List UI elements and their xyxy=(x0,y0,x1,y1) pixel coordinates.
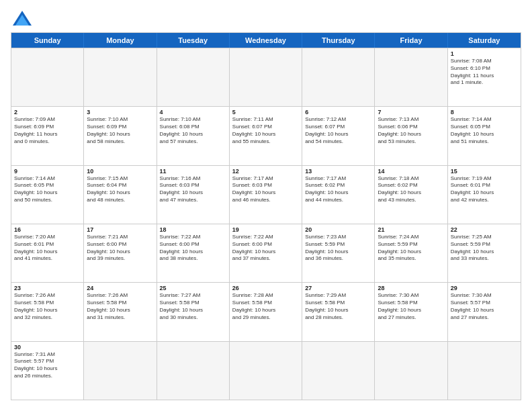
cal-header-monday: Monday xyxy=(84,33,157,48)
cal-header-thursday: Thursday xyxy=(302,33,375,48)
day-number: 19 xyxy=(232,226,299,233)
cal-cell-empty xyxy=(448,342,521,400)
cal-cell-day-27: 27Sunrise: 7:29 AM Sunset: 5:58 PM Dayli… xyxy=(302,283,375,340)
cell-info: Sunrise: 7:14 AM Sunset: 6:05 PM Dayligh… xyxy=(451,116,518,145)
cal-cell-day-3: 3Sunrise: 7:10 AM Sunset: 6:09 PM Daylig… xyxy=(84,107,157,165)
cal-cell-empty xyxy=(375,342,447,400)
cell-info: Sunrise: 7:17 AM Sunset: 6:02 PM Dayligh… xyxy=(305,175,371,204)
cal-cell-day-5: 5Sunrise: 7:11 AM Sunset: 6:07 PM Daylig… xyxy=(230,107,302,165)
cal-cell-empty xyxy=(302,48,375,106)
cell-info: Sunrise: 7:21 AM Sunset: 6:00 PM Dayligh… xyxy=(87,234,153,263)
day-number: 16 xyxy=(14,226,81,233)
day-number: 27 xyxy=(305,285,371,291)
cal-cell-empty xyxy=(157,48,230,106)
cal-week-row-5: 30Sunrise: 7:31 AM Sunset: 5:57 PM Dayli… xyxy=(11,341,521,400)
cal-cell-day-16: 16Sunrise: 7:20 AM Sunset: 6:01 PM Dayli… xyxy=(11,224,84,282)
calendar: SundayMondayTuesdayWednesdayThursdayFrid… xyxy=(11,32,521,400)
cal-cell-day-14: 14Sunrise: 7:18 AM Sunset: 6:02 PM Dayli… xyxy=(375,166,447,224)
cal-header-tuesday: Tuesday xyxy=(157,33,230,48)
cell-info: Sunrise: 7:28 AM Sunset: 5:58 PM Dayligh… xyxy=(232,292,299,321)
day-number: 29 xyxy=(451,285,518,291)
day-number: 25 xyxy=(160,285,226,291)
cal-header-sunday: Sunday xyxy=(11,33,84,48)
cal-cell-day-1: 1Sunrise: 7:08 AM Sunset: 6:10 PM Daylig… xyxy=(448,48,521,106)
day-number: 3 xyxy=(87,109,153,116)
day-number: 8 xyxy=(451,109,518,116)
cal-cell-day-23: 23Sunrise: 7:26 AM Sunset: 5:58 PM Dayli… xyxy=(11,283,84,340)
day-number: 20 xyxy=(305,226,371,233)
cal-cell-empty xyxy=(157,342,230,400)
day-number: 1 xyxy=(451,50,518,57)
cell-info: Sunrise: 7:10 AM Sunset: 6:08 PM Dayligh… xyxy=(160,116,226,145)
cal-cell-day-20: 20Sunrise: 7:23 AM Sunset: 5:59 PM Dayli… xyxy=(302,224,375,282)
cal-cell-day-18: 18Sunrise: 7:22 AM Sunset: 6:00 PM Dayli… xyxy=(157,224,230,282)
cell-info: Sunrise: 7:11 AM Sunset: 6:07 PM Dayligh… xyxy=(232,116,299,145)
cell-info: Sunrise: 7:24 AM Sunset: 5:59 PM Dayligh… xyxy=(378,234,444,263)
day-number: 14 xyxy=(378,168,444,175)
day-number: 18 xyxy=(160,226,226,233)
cell-info: Sunrise: 7:25 AM Sunset: 5:59 PM Dayligh… xyxy=(451,234,518,263)
cal-cell-day-24: 24Sunrise: 7:26 AM Sunset: 5:58 PM Dayli… xyxy=(84,283,157,340)
day-number: 5 xyxy=(232,109,299,116)
cell-info: Sunrise: 7:18 AM Sunset: 6:02 PM Dayligh… xyxy=(378,175,444,204)
cal-cell-day-21: 21Sunrise: 7:24 AM Sunset: 5:59 PM Dayli… xyxy=(375,224,447,282)
cal-cell-day-30: 30Sunrise: 7:31 AM Sunset: 5:57 PM Dayli… xyxy=(11,342,84,400)
cal-cell-day-29: 29Sunrise: 7:30 AM Sunset: 5:57 PM Dayli… xyxy=(448,283,521,340)
cell-info: Sunrise: 7:13 AM Sunset: 6:06 PM Dayligh… xyxy=(378,116,444,145)
cell-info: Sunrise: 7:26 AM Sunset: 5:58 PM Dayligh… xyxy=(87,292,153,321)
cell-info: Sunrise: 7:29 AM Sunset: 5:58 PM Dayligh… xyxy=(305,292,371,321)
cal-cell-day-17: 17Sunrise: 7:21 AM Sunset: 6:00 PM Dayli… xyxy=(84,224,157,282)
cal-cell-empty xyxy=(230,342,302,400)
day-number: 22 xyxy=(451,226,518,233)
day-number: 21 xyxy=(378,226,444,233)
cal-week-row-3: 16Sunrise: 7:20 AM Sunset: 6:01 PM Dayli… xyxy=(11,224,521,282)
day-number: 28 xyxy=(378,285,444,291)
day-number: 12 xyxy=(232,168,299,175)
cell-info: Sunrise: 7:08 AM Sunset: 6:10 PM Dayligh… xyxy=(451,58,518,87)
cal-cell-day-12: 12Sunrise: 7:17 AM Sunset: 6:03 PM Dayli… xyxy=(230,166,302,224)
cell-info: Sunrise: 7:10 AM Sunset: 6:09 PM Dayligh… xyxy=(87,116,153,145)
cal-cell-day-7: 7Sunrise: 7:13 AM Sunset: 6:06 PM Daylig… xyxy=(375,107,447,165)
day-number: 13 xyxy=(305,168,371,175)
cal-cell-day-22: 22Sunrise: 7:25 AM Sunset: 5:59 PM Dayli… xyxy=(448,224,521,282)
cal-cell-day-25: 25Sunrise: 7:27 AM Sunset: 5:58 PM Dayli… xyxy=(157,283,230,340)
day-number: 15 xyxy=(451,168,518,175)
cal-week-row-1: 2Sunrise: 7:09 AM Sunset: 6:09 PM Daylig… xyxy=(11,106,521,165)
cal-header-wednesday: Wednesday xyxy=(230,33,302,48)
day-number: 2 xyxy=(14,109,81,116)
day-number: 4 xyxy=(160,109,226,116)
cal-cell-day-13: 13Sunrise: 7:17 AM Sunset: 6:02 PM Dayli… xyxy=(302,166,375,224)
cal-header-friday: Friday xyxy=(375,33,447,48)
cell-info: Sunrise: 7:09 AM Sunset: 6:09 PM Dayligh… xyxy=(14,116,81,145)
day-number: 7 xyxy=(378,109,444,116)
cal-cell-day-6: 6Sunrise: 7:12 AM Sunset: 6:07 PM Daylig… xyxy=(302,107,375,165)
cal-cell-empty xyxy=(84,342,157,400)
day-number: 30 xyxy=(14,344,81,351)
cell-info: Sunrise: 7:26 AM Sunset: 5:58 PM Dayligh… xyxy=(14,292,81,321)
day-number: 24 xyxy=(87,285,153,291)
cal-cell-day-28: 28Sunrise: 7:30 AM Sunset: 5:58 PM Dayli… xyxy=(375,283,447,340)
day-number: 23 xyxy=(14,285,81,291)
cell-info: Sunrise: 7:22 AM Sunset: 6:00 PM Dayligh… xyxy=(160,234,226,263)
cell-info: Sunrise: 7:30 AM Sunset: 5:57 PM Dayligh… xyxy=(451,292,518,321)
cell-info: Sunrise: 7:30 AM Sunset: 5:58 PM Dayligh… xyxy=(378,292,444,321)
cal-week-row-2: 9Sunrise: 7:14 AM Sunset: 6:05 PM Daylig… xyxy=(11,165,521,224)
logo-icon xyxy=(13,11,32,26)
cell-info: Sunrise: 7:15 AM Sunset: 6:04 PM Dayligh… xyxy=(87,175,153,204)
cal-cell-day-19: 19Sunrise: 7:22 AM Sunset: 6:00 PM Dayli… xyxy=(230,224,302,282)
cal-cell-day-9: 9Sunrise: 7:14 AM Sunset: 6:05 PM Daylig… xyxy=(11,166,84,224)
day-number: 10 xyxy=(87,168,153,175)
cell-info: Sunrise: 7:31 AM Sunset: 5:57 PM Dayligh… xyxy=(14,351,81,380)
day-number: 11 xyxy=(160,168,226,175)
cal-cell-empty xyxy=(230,48,302,106)
cal-cell-day-15: 15Sunrise: 7:19 AM Sunset: 6:01 PM Dayli… xyxy=(448,166,521,224)
cell-info: Sunrise: 7:22 AM Sunset: 6:00 PM Dayligh… xyxy=(232,234,299,263)
cal-header-saturday: Saturday xyxy=(448,33,521,48)
calendar-header-row: SundayMondayTuesdayWednesdayThursdayFrid… xyxy=(11,33,521,48)
cal-cell-day-10: 10Sunrise: 7:15 AM Sunset: 6:04 PM Dayli… xyxy=(84,166,157,224)
cal-week-row-4: 23Sunrise: 7:26 AM Sunset: 5:58 PM Dayli… xyxy=(11,282,521,340)
cal-cell-day-26: 26Sunrise: 7:28 AM Sunset: 5:58 PM Dayli… xyxy=(230,283,302,340)
cell-info: Sunrise: 7:19 AM Sunset: 6:01 PM Dayligh… xyxy=(451,175,518,204)
page-header xyxy=(11,11,521,26)
day-number: 9 xyxy=(14,168,81,175)
